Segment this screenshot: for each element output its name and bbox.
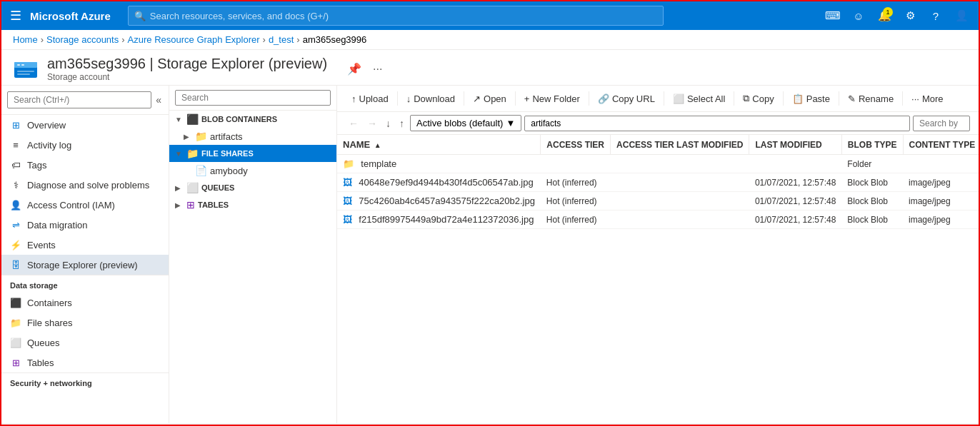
paste-button[interactable]: 📋 Paste <box>786 91 836 107</box>
sidebar-item-tags[interactable]: 🏷 Tags <box>1 155 169 175</box>
select-all-icon: ⬜ <box>673 93 684 104</box>
sidebar-item-file-shares[interactable]: 📁 File shares <box>1 313 169 333</box>
cell-tier-modified <box>611 155 749 173</box>
table-row[interactable]: 🖼 f215df89975449a9bd72a4e112372036.jpg H… <box>337 211 979 229</box>
sidebar-item-activity-log[interactable]: ≡ Activity log <box>1 135 169 155</box>
toolbar-sep-6 <box>734 91 734 106</box>
global-search-box[interactable]: 🔍 <box>128 6 664 26</box>
back-button[interactable]: ← <box>346 116 361 131</box>
tree-queues[interactable]: ▶ ⬜ QUEUES <box>169 179 336 196</box>
settings-icon[interactable]: ⚙ <box>899 4 921 27</box>
security-networking-section-header: Security + networking <box>1 372 169 390</box>
toolbar-sep-7 <box>783 91 784 106</box>
paste-icon: 📋 <box>792 93 804 104</box>
tree-blob-containers[interactable]: ▼ ⬛ BLOB CONTAINERS <box>169 111 336 128</box>
col-blob-type[interactable]: BLOB TYPE <box>841 135 903 155</box>
breadcrumb-storage-accounts[interactable]: Storage accounts <box>46 34 119 45</box>
open-button[interactable]: ↗ Open <box>467 91 512 107</box>
content-area: ↑ Upload ↓ Download ↗ Open + New Folder … <box>337 86 979 423</box>
more-actions-button[interactable]: ··· <box>370 61 385 77</box>
search-icon: 🔍 <box>134 11 146 21</box>
table-row[interactable]: 🖼 40648e79ef9d4944b430f4d5c06547ab.jpg H… <box>337 173 979 192</box>
download-button[interactable]: ↓ Download <box>401 91 461 107</box>
svg-rect-5 <box>17 73 30 75</box>
rename-icon: ✎ <box>848 93 856 104</box>
table-row[interactable]: 📁 template Folder <box>337 155 979 173</box>
sidebar-item-tables[interactable]: ⊞ Tables <box>1 353 169 372</box>
containers-icon: ⬛ <box>10 297 21 308</box>
toolbar-sep-4 <box>589 91 589 106</box>
cloud-shell-icon[interactable]: ⌨ <box>821 4 844 27</box>
tree-search-input[interactable] <box>175 90 331 106</box>
col-content-type[interactable]: CONTENT TYPE <box>903 135 979 155</box>
more-button[interactable]: ··· More <box>906 91 949 107</box>
hamburger-menu-icon[interactable]: ☰ <box>7 5 24 26</box>
sidebar-item-storage-explorer[interactable]: 🗄 Storage Explorer (preview) <box>1 255 169 275</box>
new-folder-button[interactable]: + New Folder <box>519 91 586 107</box>
breadcrumb-home[interactable]: Home <box>13 34 38 45</box>
search-input[interactable] <box>150 11 657 21</box>
page-header-text: am365seg3996 | Storage Explorer (preview… <box>47 56 327 82</box>
upload-icon: ↑ <box>351 93 356 104</box>
tree-file-shares[interactable]: ▼ 📁 FILE SHARES <box>169 145 336 162</box>
col-name[interactable]: NAME ▲ <box>337 135 541 155</box>
path-input[interactable] <box>524 116 910 131</box>
nav-bar: ← → ↓ ↑ Active blobs (default) ▼ <box>337 112 979 135</box>
col-last-modified[interactable]: LAST MODIFIED <box>749 135 841 155</box>
pin-button[interactable]: 📌 <box>344 61 364 77</box>
tree-tables[interactable]: ▶ ⊞ TABLES <box>169 196 336 213</box>
sidebar-item-queues[interactable]: ⬜ Queues <box>1 333 169 353</box>
new-folder-icon: + <box>524 93 530 104</box>
open-icon: ↗ <box>473 93 481 104</box>
copy-button[interactable]: ⧉ Copy <box>737 90 779 107</box>
tree-artifacts-folder[interactable]: ▶ 📁 artifacts <box>169 128 336 145</box>
cell-access-tier <box>541 155 611 173</box>
sidebar-search-input[interactable] <box>7 91 151 108</box>
breadcrumb-d-test[interactable]: d_test <box>269 34 294 45</box>
forward-button[interactable]: → <box>364 116 380 131</box>
page-title: am365seg3996 | Storage Explorer (preview… <box>47 56 327 72</box>
sidebar-collapse-button[interactable]: « <box>154 93 163 107</box>
cell-content-type: image/jpeg <box>903 173 979 192</box>
access-icon: 👤 <box>10 199 21 211</box>
notifications-icon[interactable]: 🔔1 <box>873 4 896 27</box>
cell-access-tier: Hot (inferred) <box>541 173 611 192</box>
table-row[interactable]: 🖼 75c4260ab4c6457a943575f222ca20b2.jpg H… <box>337 192 979 211</box>
cell-content-type: image/jpeg <box>903 192 979 211</box>
cell-name: 🖼 75c4260ab4c6457a943575f222ca20b2.jpg <box>337 192 541 211</box>
tree-amybody[interactable]: 📄 amybody <box>169 162 336 179</box>
file-table: NAME ▲ ACCESS TIER ACCESS TIER LAST MODI… <box>337 135 979 423</box>
nav-search-input[interactable] <box>913 116 970 131</box>
main-layout: « ⊞ Overview ≡ Activity log 🏷 Tags ⚕ Dia… <box>1 86 979 423</box>
cell-tier-modified <box>611 192 749 211</box>
breadcrumb-resource-graph[interactable]: Azure Resource Graph Explorer <box>128 34 260 45</box>
cell-name: 📁 template <box>337 155 541 173</box>
sidebar-item-data-migration[interactable]: ⇌ Data migration <box>1 215 169 235</box>
col-access-tier-modified[interactable]: ACCESS TIER LAST MODIFIED <box>611 135 749 155</box>
feedback-icon[interactable]: ☺ <box>847 4 870 27</box>
storage-explorer-icon: 🗄 <box>10 259 21 270</box>
tier-dropdown[interactable]: Active blobs (default) ▼ <box>410 115 521 131</box>
sidebar-item-events[interactable]: ⚡ Events <box>1 235 169 255</box>
col-access-tier[interactable]: ACCESS TIER <box>541 135 611 155</box>
select-all-button[interactable]: ⬜ Select All <box>667 91 731 107</box>
page-header-actions: 📌 ··· <box>344 61 385 77</box>
image-file-icon: 🖼 <box>343 196 352 206</box>
sidebar-item-access-control[interactable]: 👤 Access Control (IAM) <box>1 195 169 215</box>
help-icon[interactable]: ? <box>924 4 947 27</box>
chevron-down-icon: ▼ <box>506 118 515 128</box>
down-button[interactable]: ↓ <box>383 116 394 131</box>
cell-name: 🖼 f215df89975449a9bd72a4e112372036.jpg <box>337 211 541 229</box>
sidebar-item-overview[interactable]: ⊞ Overview <box>1 115 169 135</box>
sidebar-item-containers[interactable]: ⬛ Containers <box>1 293 169 313</box>
account-icon[interactable]: 👤 <box>950 4 973 27</box>
rename-button[interactable]: ✎ Rename <box>842 91 899 107</box>
copy-url-button[interactable]: 🔗 Copy URL <box>592 91 661 107</box>
upload-button[interactable]: ↑ Upload <box>346 91 394 107</box>
tree-search-container <box>169 86 336 111</box>
tags-icon: 🏷 <box>10 159 21 171</box>
sidebar-item-diagnose[interactable]: ⚕ Diagnose and solve problems <box>1 175 169 195</box>
activity-log-icon: ≡ <box>10 139 21 151</box>
cell-content-type: image/jpeg <box>903 211 979 229</box>
up-button[interactable]: ↑ <box>396 116 407 131</box>
